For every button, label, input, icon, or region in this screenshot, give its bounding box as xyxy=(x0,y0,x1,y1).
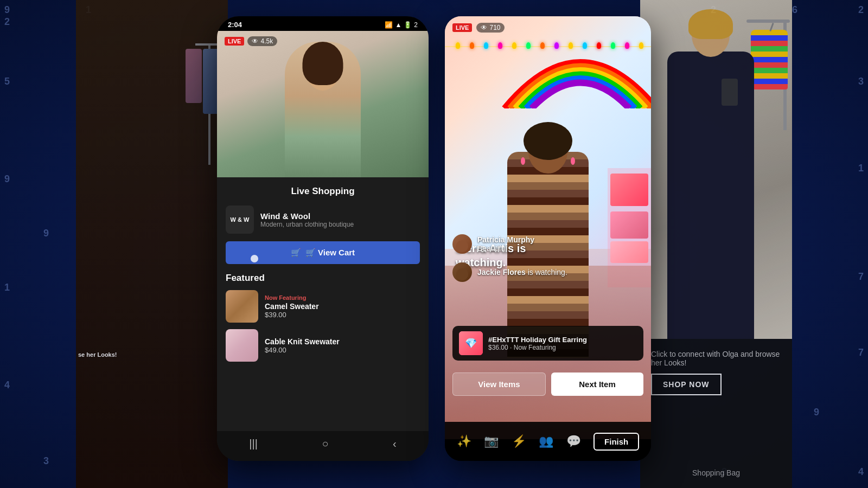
phone1-status-icons: 📶 ▲ 🔋 2 xyxy=(385,21,418,29)
commenter-name-patricia: Patricia Murphy xyxy=(477,235,534,244)
earring-right xyxy=(571,157,575,165)
earring-left xyxy=(521,157,525,165)
product-thumb-2 xyxy=(226,329,258,362)
store-description: Modern, urban clothing boutique xyxy=(260,221,354,228)
lights-row xyxy=(456,42,643,49)
store-info-row: W & W Wind & Wool Modern, urban clothing… xyxy=(226,206,420,234)
avatar-img-jackie xyxy=(452,262,472,282)
rainbow-decoration xyxy=(499,16,651,108)
store-name: Wind & Wool xyxy=(260,211,354,221)
featured-thumb-img: 💎 xyxy=(459,331,483,355)
right-panel-inner: Click to connect with Olga and browse he… xyxy=(640,0,792,488)
featured-item-thumb: 💎 xyxy=(459,331,483,355)
featured-item-info: #EHxTTT Holiday Gift Earring $36.00 · No… xyxy=(488,336,637,351)
view-items-button[interactable]: View Items xyxy=(452,373,546,396)
live-badge-1: LIVE xyxy=(225,37,244,46)
comment-section: Patricia Murphy Beautiful xyxy=(452,234,643,282)
phone1-navbar: ||| ○ ‹ xyxy=(217,431,429,461)
phone1-statusbar: 2:04 📶 ▲ 🔋 2 xyxy=(217,16,429,31)
nav-menu-icon[interactable]: ||| xyxy=(249,438,258,450)
phone1-frame: 2:04 📶 ▲ 🔋 2 LIVE 👁 xyxy=(217,16,429,461)
comment-body-jackie: is watching. xyxy=(528,268,567,277)
main-layout: se her Looks! 2:04 📶 ▲ 🔋 2 xyxy=(0,0,868,488)
light-11 xyxy=(597,42,601,49)
product-info-1: Now Featuring Camel Sweater $39.00 xyxy=(265,294,319,319)
light-9 xyxy=(569,42,573,49)
featured-item-label: Now Featuring xyxy=(514,344,556,351)
host-hair xyxy=(524,122,572,160)
right-cta-text: Click to connect with Olga and browse he… xyxy=(651,350,781,367)
person-silhouette xyxy=(285,42,361,177)
comment-icon[interactable]: 💬 xyxy=(566,434,581,448)
phone1-badges: LIVE 👁 4.5k xyxy=(225,36,277,46)
phone2-action-buttons: View Items Next Item xyxy=(452,373,643,396)
product-name-2: Cable Knit Swewater xyxy=(265,337,340,346)
featured-item-bar: 💎 #EHxTTT Holiday Gift Earring $36.00 · … xyxy=(452,326,643,361)
eye-icon: 👁 xyxy=(252,37,258,45)
avatar-face-2 xyxy=(456,268,468,280)
shop-now-button[interactable]: SHOP NOW xyxy=(651,374,722,395)
battery-icon: 🔋 xyxy=(404,21,412,29)
viewer-count-2: 710 xyxy=(489,24,500,31)
effects-icon[interactable]: ✨ xyxy=(457,434,471,448)
phone1-content: Live Shopping W & W Wind & Wool Modern, … xyxy=(217,177,429,431)
store-logo-text: W & W xyxy=(231,216,250,223)
light-2 xyxy=(470,42,474,49)
phone1-time: 2:04 xyxy=(228,21,242,29)
olga-item xyxy=(722,79,738,106)
comment-text-jackie: Jackie Flores is watching. xyxy=(477,268,567,277)
featured-section-title: Featured xyxy=(226,273,420,284)
featured-item-name: #EHxTTT Holiday Gift Earring xyxy=(488,336,637,344)
live-shopping-title: Live Shopping xyxy=(226,186,420,197)
phone2-badges: LIVE 👁 710 xyxy=(452,23,505,33)
view-cart-button[interactable]: 🛒 🛒 View Cart xyxy=(226,241,420,264)
nav-back-icon[interactable]: ‹ xyxy=(393,438,397,450)
product-row-2: Cable Knit Swewater $49.00 xyxy=(226,329,420,362)
comment-jackie: Jackie Flores is watching. xyxy=(452,262,643,282)
light-5 xyxy=(512,42,516,49)
signal-icon: ▲ xyxy=(395,21,401,29)
olga-hair xyxy=(688,9,733,39)
side-cta-text: se her Looks! xyxy=(78,351,117,358)
center-panel: 2:04 📶 ▲ 🔋 2 LIVE 👁 xyxy=(217,0,651,488)
friends-icon[interactable]: 👥 xyxy=(539,434,553,448)
shopping-bag-label: Shopping Bag xyxy=(640,468,792,477)
olga-person xyxy=(656,14,765,339)
featured-item-price: $36.00 xyxy=(488,344,508,351)
avatar-face xyxy=(456,240,468,252)
clothing-item-2 xyxy=(186,49,202,103)
store-details: Wind & Wool Modern, urban clothing bouti… xyxy=(260,211,354,228)
store-logo: W & W xyxy=(226,206,254,234)
avatar-patricia xyxy=(452,234,472,254)
cart-icon: 🛒 xyxy=(291,248,301,258)
phone2-video-area[interactable]: LIVE 👁 710 Sierra Artis is watching. xyxy=(445,16,651,439)
light-13 xyxy=(625,42,629,49)
avatar-jackie xyxy=(452,262,472,282)
commenter-name-jackie: Jackie Flores xyxy=(477,268,526,277)
olga-video[interactable] xyxy=(640,0,792,339)
viewer-count-1: 4.5k xyxy=(260,37,273,45)
light-3 xyxy=(484,42,488,49)
viewer-badge-2: 👁 710 xyxy=(476,23,505,33)
next-item-button[interactable]: Next Item xyxy=(551,373,643,396)
light-4 xyxy=(498,42,502,49)
camera-icon[interactable]: 📷 xyxy=(484,434,499,448)
phone2-frame: LIVE 👁 710 Sierra Artis is watching. xyxy=(445,16,651,461)
finish-button[interactable]: Finish xyxy=(593,433,639,451)
featured-item-price-label: $36.00 · Now Featuring xyxy=(488,344,637,351)
light-14 xyxy=(639,42,643,49)
comment-body-patricia: Beautiful xyxy=(477,244,507,253)
product-name-1: Camel Sweater xyxy=(265,302,319,311)
olga-body xyxy=(667,52,754,339)
light-8 xyxy=(554,42,559,49)
comment-text-patricia: Patricia Murphy Beautiful xyxy=(477,235,534,253)
phone1-video-area[interactable]: LIVE 👁 4.5k xyxy=(217,31,429,177)
nav-home-icon[interactable]: ○ xyxy=(322,438,328,450)
comment-patricia: Patricia Murphy Beautiful xyxy=(452,234,643,254)
right-side-panel: Click to connect with Olga and browse he… xyxy=(640,0,792,488)
light-12 xyxy=(611,42,615,49)
product-row-1: Now Featuring Camel Sweater $39.00 xyxy=(226,290,420,323)
eye-icon-2: 👁 xyxy=(481,24,487,31)
bolt-icon[interactable]: ⚡ xyxy=(512,434,526,448)
earring-emoji: 💎 xyxy=(465,337,477,349)
